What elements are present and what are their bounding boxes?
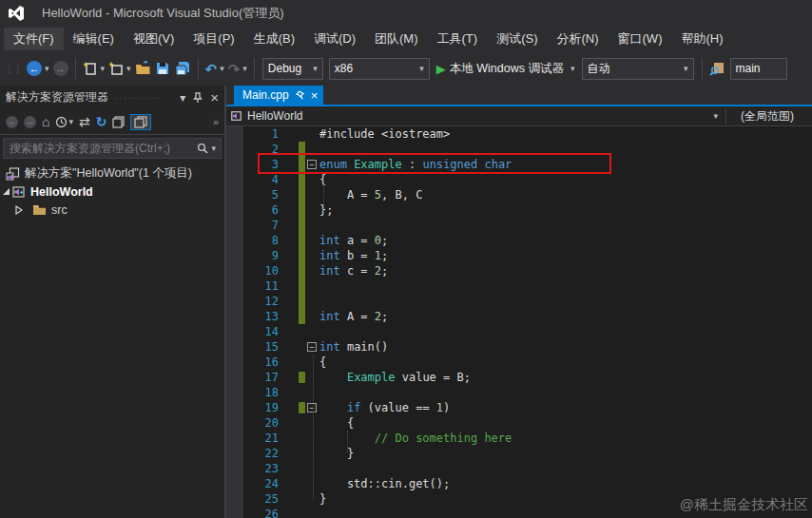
new-project-button[interactable]: ▾ [106,56,133,81]
show-all-files-button[interactable] [130,114,151,130]
indicator-margin[interactable] [226,446,243,461]
indicator-margin[interactable] [226,278,243,294]
sync-with-active-document-button[interactable]: ⇄ [79,115,90,128]
panel-menu-button[interactable]: ▾ [180,91,185,105]
undo-button[interactable]: ↶ ▾ [203,56,226,81]
menu-item-build[interactable]: 生成(B) [244,28,304,50]
code-line-15[interactable]: 15−int main() [226,339,812,355]
save-all-button[interactable] [172,56,193,81]
indicator-margin[interactable] [226,476,243,491]
code-line-24[interactable]: 24 std::cin.get(); [226,476,812,491]
indicator-margin[interactable] [226,385,243,400]
code-line-18[interactable]: 18 [226,385,812,400]
refresh-button[interactable]: ↻ [96,115,107,128]
panel-close-button[interactable]: × [210,89,219,106]
code-text[interactable]: A = 5, B, C [319,187,812,202]
code-editor[interactable]: 1#include <iostream>23−enum Example : un… [226,126,812,518]
code-text[interactable]: }; [319,202,812,218]
code-text[interactable]: int c = 2; [319,263,812,278]
navigation-scope-dropdown[interactable]: (全局范围) [726,108,808,125]
code-line-6[interactable]: 6}; [226,202,812,218]
indicator-margin[interactable] [226,187,243,202]
panel-pin-button[interactable] [193,92,203,104]
menu-item-view[interactable]: 视图(V) [124,28,184,50]
code-text[interactable]: { [319,355,812,370]
code-text[interactable]: int main() [319,339,812,355]
code-line-16[interactable]: 16{ [226,355,812,370]
indicator-margin[interactable] [226,309,243,324]
forward-button[interactable]: → [51,56,70,81]
indicator-margin[interactable] [226,355,243,370]
code-line-22[interactable]: 22 } [226,446,812,461]
start-debug-button[interactable]: ▶ 本地 Windows 调试器 ▾ [436,61,575,77]
code-text[interactable]: { [319,172,812,187]
code-text[interactable] [319,461,812,476]
code-line-1[interactable]: 1#include <iostream> [226,126,812,142]
code-line-21[interactable]: 21 // Do something here [226,431,812,446]
code-line-20[interactable]: 20 { [226,415,812,431]
code-line-8[interactable]: 8int a = 0; [226,233,812,248]
code-text[interactable] [319,294,812,309]
indicator-margin[interactable] [226,142,243,157]
save-button[interactable] [153,56,172,81]
expanded-arrow-icon[interactable] [0,187,11,196]
pending-changes-filter-button[interactable]: ▾ [55,116,73,128]
menu-item-file[interactable]: 文件(F) [4,28,64,50]
indicator-margin[interactable] [226,400,243,415]
platform-select[interactable]: x86 ▾ [329,58,430,80]
indicator-margin[interactable] [226,172,243,187]
code-text[interactable]: } [319,446,812,461]
menu-item-project[interactable]: 项目(P) [184,28,243,50]
fold-collapse-icon[interactable]: − [307,403,317,412]
tab-close-button[interactable]: × [311,89,319,102]
solution-search-input[interactable] [4,142,192,155]
code-line-7[interactable]: 7 [226,218,812,233]
code-text[interactable]: // Do something here [319,431,812,446]
navigation-project-dropdown[interactable]: HelloWorld [247,109,302,123]
code-text[interactable] [319,278,812,294]
auto-select[interactable]: 自动 ▾ [582,58,694,80]
code-line-5[interactable]: 5 A = 5, B, C [226,187,812,202]
code-line-10[interactable]: 10int c = 2; [226,263,812,278]
code-text[interactable] [319,385,812,400]
redo-button[interactable]: ↷ ▾ [226,56,249,81]
indicator-margin[interactable] [226,202,243,218]
indicator-margin[interactable] [226,461,243,476]
code-line-4[interactable]: 4{ [226,172,812,187]
open-file-button[interactable] [133,56,153,81]
code-line-17[interactable]: 17 Example value = B; [226,370,812,385]
search-button[interactable]: ▾ [192,143,221,154]
toolbar-overflow-button[interactable]: » [213,116,219,127]
code-line-23[interactable]: 23 [226,461,812,476]
code-text[interactable]: int b = 1; [319,248,812,263]
indicator-margin[interactable] [226,431,243,446]
menu-item-tools[interactable]: 工具(T) [428,28,488,50]
menu-item-edit[interactable]: 编辑(E) [64,28,124,50]
indicator-margin[interactable] [226,507,243,518]
home-button[interactable]: ⌂ [42,115,49,128]
code-text[interactable] [319,218,812,233]
code-line-11[interactable]: 11 [226,278,812,294]
menu-item-test[interactable]: 测试(S) [487,28,547,50]
collapse-all-button[interactable] [112,116,125,128]
indicator-margin[interactable] [226,263,243,278]
back-button[interactable]: ← [6,116,18,128]
indicator-margin[interactable] [226,491,243,507]
indicator-margin[interactable] [226,324,243,339]
code-line-14[interactable]: 14 [226,324,812,339]
menu-item-team[interactable]: 团队(M) [365,28,428,50]
indicator-margin[interactable] [226,370,243,385]
forward-button[interactable]: → [24,116,36,128]
indicator-margin[interactable] [226,339,243,355]
code-text[interactable]: Example value = B; [319,370,812,385]
back-button[interactable]: ← ▾ [25,56,51,81]
code-text[interactable]: if (value == 1) [319,400,812,415]
collapsed-arrow-icon[interactable] [13,205,25,215]
code-line-13[interactable]: 13int A = 2; [226,309,812,324]
indicator-margin[interactable] [226,218,243,233]
code-line-12[interactable]: 12 [226,294,812,309]
code-line-19[interactable]: 19− if (value == 1) [226,400,812,415]
indicator-margin[interactable] [226,415,243,431]
menu-item-help[interactable]: 帮助(H) [671,28,732,50]
code-text[interactable] [319,324,812,339]
